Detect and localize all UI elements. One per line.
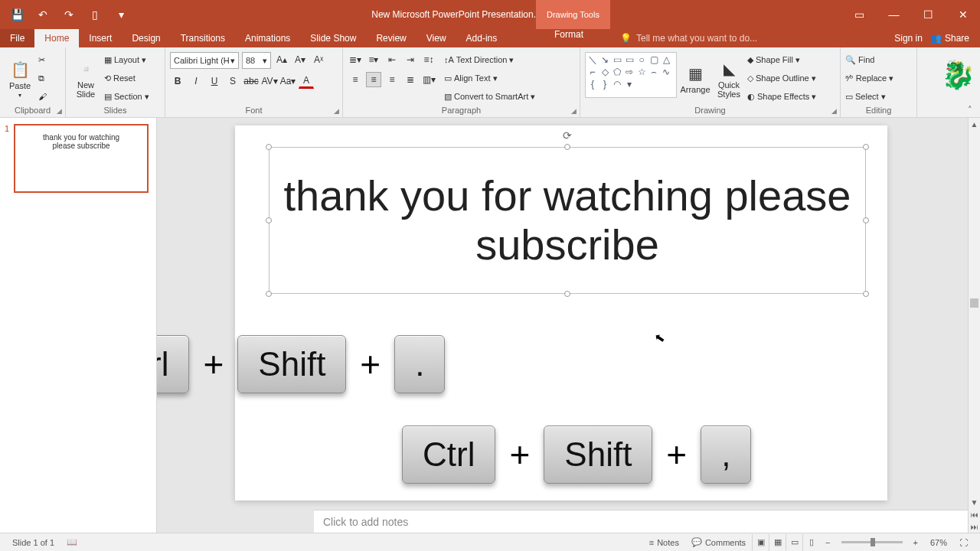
save-icon[interactable]: 💾	[9, 7, 24, 22]
underline-button[interactable]: U	[207, 73, 222, 89]
zoom-level[interactable]: 67%	[924, 538, 953, 547]
copy-button[interactable]: ⧉	[38, 70, 47, 86]
layout-button[interactable]: ▦Layout▾	[104, 52, 149, 67]
title-text-box[interactable]: ⟳ thank you for watching please subscrib…	[269, 147, 866, 294]
increase-indent-icon[interactable]: ⇥	[403, 52, 418, 67]
zoom-slider-thumb[interactable]	[871, 538, 875, 546]
ribbon-display-options-icon[interactable]: ▭	[842, 0, 877, 29]
slide-indicator[interactable]: Slide 1 of 1	[6, 538, 60, 547]
rotate-handle-icon[interactable]: ⟳	[563, 129, 572, 142]
share-button[interactable]: 👥 Share	[930, 33, 969, 44]
font-size-combo[interactable]: 88▾	[242, 52, 271, 69]
change-case-button[interactable]: Aa▾	[280, 73, 296, 89]
title-text[interactable]: thank you for watching please subscribe	[270, 148, 865, 293]
increase-font-icon[interactable]: A▴	[274, 52, 289, 67]
tab-review[interactable]: Review	[366, 29, 416, 47]
spellcheck-icon[interactable]: 📖	[60, 537, 83, 547]
decrease-indent-icon[interactable]: ⇤	[384, 52, 400, 67]
slide-editor[interactable]: ⟳ thank you for watching please subscrib…	[157, 118, 980, 533]
shape-outline-button[interactable]: ◇Shape Outline▾	[747, 70, 816, 86]
convert-smartart-button[interactable]: ▧Convert to SmartArt▾	[444, 89, 535, 104]
columns-button[interactable]: ▥▾	[421, 72, 436, 87]
dialog-launcher-icon[interactable]: ◢	[571, 107, 577, 115]
justify-button[interactable]: ≣	[403, 72, 418, 87]
resize-handle[interactable]	[863, 291, 869, 297]
comments-button[interactable]: 💬Comments	[685, 537, 752, 547]
undo-icon[interactable]: ↶	[35, 7, 51, 22]
zoom-in-button[interactable]: +	[907, 538, 924, 547]
tab-addins[interactable]: Add-ins	[456, 29, 508, 47]
slide-sorter-icon[interactable]: ▦	[769, 534, 786, 551]
tell-me-search[interactable]: 💡 Tell me what you want to do...	[620, 29, 757, 47]
slide-thumbnail[interactable]: thank you for watching please subscribe	[14, 124, 149, 193]
maximize-icon[interactable]: ☐	[911, 0, 946, 29]
collapse-ribbon-icon[interactable]: ˄	[968, 105, 972, 114]
format-painter-button[interactable]: 🖌	[38, 89, 47, 104]
reset-button[interactable]: ⟲Reset	[104, 70, 149, 86]
vertical-scrollbar[interactable]: ▲ ▼ ⏮ ⏭	[968, 118, 980, 533]
scroll-down-icon[interactable]: ▼	[969, 496, 980, 508]
tab-file[interactable]: File	[0, 29, 34, 47]
tab-design[interactable]: Design	[122, 29, 170, 47]
section-button[interactable]: ▤Section▾	[104, 89, 149, 104]
start-from-beginning-icon[interactable]: ▯	[87, 7, 103, 22]
align-center-button[interactable]: ≡	[366, 72, 381, 87]
paste-button[interactable]: 📋 Paste ▾	[5, 52, 35, 106]
align-text-button[interactable]: ▭Align Text▾	[444, 70, 535, 86]
align-left-button[interactable]: ≡	[348, 72, 363, 87]
dialog-launcher-icon[interactable]: ◢	[831, 107, 837, 115]
tab-animations[interactable]: Animations	[235, 29, 300, 47]
tab-format[interactable]: Format	[536, 29, 602, 40]
normal-view-icon[interactable]: ▣	[752, 534, 769, 551]
fit-to-window-icon[interactable]: ⛶	[953, 538, 974, 547]
scroll-up-icon[interactable]: ▲	[969, 118, 980, 130]
zoom-out-button[interactable]: −	[819, 538, 836, 547]
select-button[interactable]: ▭Select▾	[845, 89, 893, 104]
sign-in-link[interactable]: Sign in	[894, 33, 923, 44]
align-right-button[interactable]: ≡	[384, 72, 400, 87]
dialog-launcher-icon[interactable]: ◢	[57, 107, 62, 115]
new-slide-button[interactable]: ▫️ New Slide	[70, 52, 101, 106]
resize-handle[interactable]	[266, 217, 272, 223]
close-icon[interactable]: ✕	[946, 0, 980, 29]
slide-canvas[interactable]: ⟳ thank you for watching please subscrib…	[235, 126, 887, 500]
bold-button[interactable]: B	[170, 73, 185, 89]
shadow-button[interactable]: S	[225, 73, 240, 89]
tab-insert[interactable]: Insert	[79, 29, 122, 47]
replace-button[interactable]: ᵃ⁄ᵇReplace▾	[845, 70, 893, 86]
redo-icon[interactable]: ↷	[61, 7, 77, 22]
bullets-button[interactable]: ≣▾	[348, 52, 363, 67]
prev-slide-icon[interactable]: ⏮	[969, 508, 980, 520]
addin-dragon-icon[interactable]: 🐉	[940, 52, 975, 98]
tab-transitions[interactable]: Transitions	[171, 29, 235, 47]
next-slide-icon[interactable]: ⏭	[969, 520, 980, 533]
reading-view-icon[interactable]: ▭	[786, 534, 802, 551]
cut-button[interactable]: ✂	[38, 52, 47, 67]
resize-handle[interactable]	[564, 291, 570, 297]
notes-pane[interactable]: Click to add notes	[314, 510, 968, 533]
numbering-button[interactable]: ≡▾	[366, 52, 381, 67]
strikethrough-button[interactable]: abc	[243, 73, 259, 89]
shapes-gallery[interactable]: ＼↘▭▭○▢ △⌐◇⬠⇨☆ ⌢∿{}◠▾	[585, 52, 677, 98]
notes-button[interactable]: ≡Notes	[643, 538, 685, 547]
slideshow-view-icon[interactable]: ▯	[802, 534, 819, 551]
arrange-button[interactable]: ▦ Arrange	[680, 52, 710, 106]
line-spacing-icon[interactable]: ≡↕	[421, 52, 436, 67]
resize-handle[interactable]	[863, 217, 869, 223]
italic-button[interactable]: I	[188, 73, 204, 89]
tab-home[interactable]: Home	[34, 29, 79, 47]
slide-thumbnail-panel[interactable]: 1 thank you for watching please subscrib…	[0, 118, 157, 533]
quick-styles-button[interactable]: ◣ Quick Styles	[714, 52, 744, 106]
resize-handle[interactable]	[863, 144, 869, 150]
decrease-font-icon[interactable]: A▾	[292, 52, 308, 67]
zoom-slider[interactable]	[841, 541, 903, 543]
shape-effects-button[interactable]: ◐Shape Effects▾	[747, 89, 816, 104]
qat-more-icon[interactable]: ▾	[113, 7, 129, 22]
text-direction-button[interactable]: ↕AText Direction▾	[444, 52, 535, 67]
find-button[interactable]: 🔍Find	[845, 52, 893, 67]
resize-handle[interactable]	[266, 144, 272, 150]
tab-view[interactable]: View	[416, 29, 456, 47]
tab-slideshow[interactable]: Slide Show	[300, 29, 366, 47]
dialog-launcher-icon[interactable]: ◢	[334, 107, 339, 115]
char-spacing-button[interactable]: AV▾	[262, 73, 277, 89]
